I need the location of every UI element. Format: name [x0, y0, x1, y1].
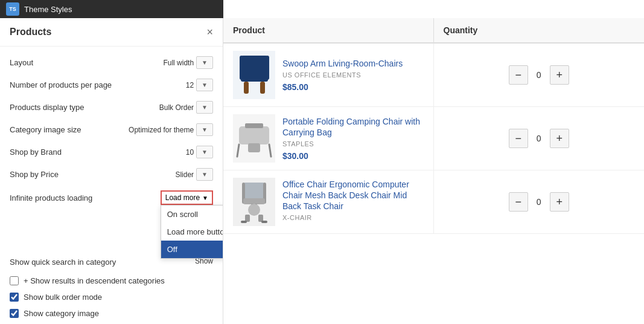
close-button[interactable]: ×	[206, 27, 213, 37]
svg-rect-8	[245, 123, 263, 128]
show-category-image-checkbox[interactable]	[10, 309, 19, 318]
category-image-size-value: Optimized for theme ▼	[129, 123, 213, 136]
product-price-1: $85.00	[282, 82, 424, 92]
layout-dropdown[interactable]: ▼	[196, 56, 213, 69]
category-image-size-label: Category image size	[10, 125, 129, 134]
layout-text: Full width	[163, 59, 194, 67]
infinite-loading-trigger[interactable]: Load more ▼	[161, 190, 213, 205]
layout-value: Full width ▼	[163, 56, 213, 69]
shop-by-price-dropdown[interactable]: ▼	[196, 168, 213, 181]
shop-by-price-label: Shop by Price	[10, 170, 175, 179]
quantity-decrease-3[interactable]: −	[509, 192, 528, 212]
product-price-2: $30.00	[282, 151, 424, 161]
shop-by-brand-dropdown[interactable]: ▼	[196, 146, 213, 158]
products-per-page-value: 12 ▼	[186, 79, 213, 91]
product-info-1: Swoop Arm Living-Room-Chairs US OFFICE E…	[223, 44, 434, 106]
product-name-2: Portable Folding Camping Chair with Carr…	[282, 116, 424, 138]
infinite-loading-value: Load more	[165, 193, 200, 202]
product-image-1	[233, 51, 275, 99]
product-details-3: Office Chair Ergonomic Computer Chair Me…	[282, 179, 424, 225]
option-off[interactable]: Off	[161, 241, 223, 258]
checkbox-row-bulk-order: Show bulk order mode	[0, 289, 223, 305]
panel-content: Layout Full width ▼ Number of products p…	[0, 47, 223, 324]
chevron-down-icon: ▼	[202, 59, 208, 66]
svg-point-16	[248, 204, 260, 216]
quantity-increase-3[interactable]: +	[550, 192, 569, 212]
quantity-value-1: 0	[533, 70, 545, 80]
chevron-down-icon: ▼	[202, 82, 208, 88]
products-list: Swoop Arm Living-Room-Chairs US OFFICE E…	[223, 44, 644, 324]
shop-by-brand-row: Shop by Brand 10 ▼	[0, 141, 223, 163]
quantity-control-2: − 0 +	[434, 122, 645, 155]
quantity-control-1: − 0 +	[434, 58, 645, 92]
svg-rect-7	[248, 143, 260, 152]
category-image-size-dropdown[interactable]: ▼	[196, 123, 213, 136]
product-vendor-3: X-CHAIR	[282, 214, 424, 221]
panel-header: Products ×	[0, 18, 223, 47]
chevron-down-icon: ▼	[202, 149, 208, 155]
show-results-descendent-checkbox[interactable]	[10, 276, 19, 285]
theme-styles-logo: TS	[6, 2, 19, 16]
shop-by-price-text: Slider	[175, 170, 194, 179]
table-row: Office Chair Ergonomic Computer Chair Me…	[223, 170, 644, 234]
svg-line-10	[269, 144, 271, 157]
products-display-type-value: Bulk Order ▼	[159, 101, 213, 114]
product-details-1: Swoop Arm Living-Room-Chairs US OFFICE E…	[282, 58, 424, 92]
panel-title: Products	[10, 27, 51, 37]
checkbox-row-subcategory-thumbnails: Show subcategory thumbnails	[0, 322, 223, 324]
quantity-increase-2[interactable]: +	[550, 129, 569, 148]
svg-rect-20	[261, 221, 267, 223]
product-vendor-1: US OFFICE ELEMENTS	[282, 71, 424, 79]
layout-label: Layout	[10, 58, 163, 67]
quantity-decrease-2[interactable]: −	[509, 129, 528, 148]
chevron-down-icon: ▼	[202, 104, 208, 111]
product-image-2	[233, 114, 275, 163]
products-display-type-row: Products display type Bulk Order ▼	[0, 96, 223, 118]
shop-by-price-row: Shop by Price Slider ▼	[0, 163, 223, 186]
infinite-loading-dropdown-container: Load more ▼ On scroll Load more button O…	[161, 190, 213, 205]
right-panel: Product Quantity Swoop Arm Living-	[223, 18, 644, 324]
show-category-image-label: Show category image	[24, 309, 99, 318]
quantity-increase-1[interactable]: +	[550, 65, 569, 85]
chevron-down-icon: ▼	[202, 126, 208, 133]
shop-by-brand-value: 10 ▼	[186, 146, 213, 158]
svg-rect-0	[241, 56, 268, 77]
infinite-loading-dropdown-menu: On scroll Load more button Off	[161, 205, 223, 259]
show-results-descendent-label: + Show results in descendent categories	[24, 276, 165, 285]
quantity-value-3: 0	[533, 197, 545, 207]
product-name-1: Swoop Arm Living-Room-Chairs	[282, 58, 424, 69]
chevron-down-icon: ▼	[202, 171, 208, 178]
product-column-header: Product	[223, 18, 434, 42]
option-on-scroll[interactable]: On scroll	[161, 206, 223, 223]
table-row: Portable Folding Camping Chair with Carr…	[223, 107, 644, 170]
chevron-down-icon: ▼	[202, 195, 208, 201]
quantity-column-header: Quantity	[434, 18, 645, 42]
product-name-3: Office Chair Ergonomic Computer Chair Me…	[282, 179, 424, 212]
products-display-type-dropdown[interactable]: ▼	[196, 101, 213, 114]
products-display-type-text: Bulk Order	[159, 103, 194, 112]
infinite-loading-row: Infinite products loading Load more ▼ On…	[0, 186, 223, 210]
option-load-more-button[interactable]: Load more button	[161, 223, 223, 241]
products-per-page-dropdown[interactable]: ▼	[196, 79, 213, 91]
table-row: Swoop Arm Living-Room-Chairs US OFFICE E…	[223, 44, 644, 107]
svg-rect-6	[239, 126, 269, 144]
quantity-decrease-1[interactable]: −	[509, 65, 528, 85]
products-per-page-text: 12	[186, 81, 194, 89]
category-image-size-row: Category image size Optimized for theme …	[0, 118, 223, 141]
product-vendor-2: STAPLES	[282, 140, 424, 147]
svg-rect-11	[243, 183, 265, 199]
show-bulk-order-mode-label: Show bulk order mode	[24, 293, 102, 302]
svg-line-9	[237, 144, 239, 157]
svg-rect-5	[260, 82, 265, 94]
top-bar: TS Theme Styles	[0, 0, 223, 18]
left-panel: Products × Layout Full width ▼ Number of…	[0, 18, 223, 324]
svg-rect-3	[241, 76, 268, 82]
products-table-header: Product Quantity	[223, 18, 644, 44]
quantity-value-2: 0	[533, 134, 545, 143]
infinite-loading-label: Infinite products loading	[10, 193, 161, 202]
layout-setting-row: Layout Full width ▼	[0, 51, 223, 74]
show-bulk-order-mode-checkbox[interactable]	[10, 293, 19, 302]
product-details-2: Portable Folding Camping Chair with Carr…	[282, 116, 424, 161]
svg-rect-4	[244, 82, 249, 94]
product-info-2: Portable Folding Camping Chair with Carr…	[223, 107, 434, 170]
